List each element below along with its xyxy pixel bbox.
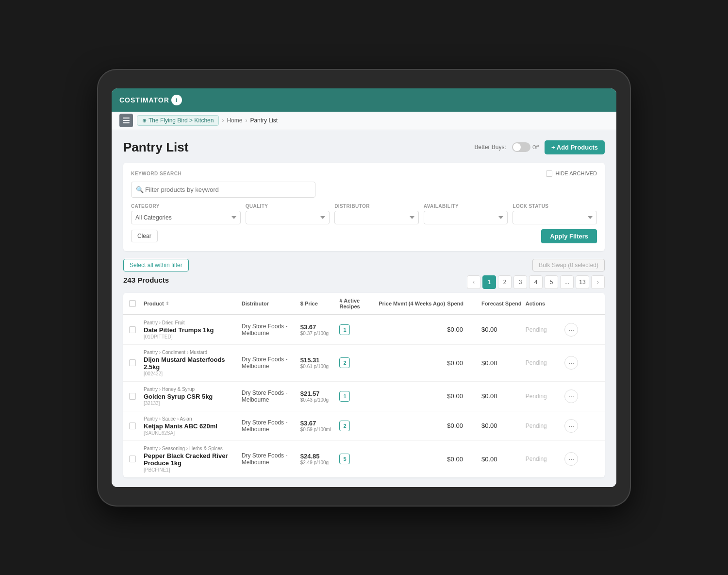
row-4-checkbox[interactable] [129, 423, 136, 429]
page-3-button[interactable]: 3 [513, 275, 527, 289]
filter-dropdowns: CATEGORY All Categories QUALITY DISTRIBU… [131, 203, 597, 224]
apply-filters-button[interactable]: Apply Filters [541, 229, 597, 243]
row-1-actions-cell: ··· [564, 323, 599, 337]
row-1-distributor: Dry Store Foods - Melbourne [242, 323, 300, 337]
availability-select[interactable] [424, 211, 508, 224]
row-3-actions-button[interactable]: ··· [564, 389, 578, 403]
row-2-spend: $0.00 [447, 359, 481, 367]
row-3-forecast: $0.00 [481, 392, 526, 400]
row-5-name[interactable]: Pepper Black Cracked River Produce 1kg [144, 452, 242, 467]
quality-select[interactable] [246, 211, 330, 224]
row-5-code: [PBCFINE1] [144, 467, 242, 473]
row-2-code: [002432] [144, 371, 242, 376]
select-all-button[interactable]: Select all within filter [123, 259, 189, 271]
better-buys-toggle[interactable] [512, 142, 530, 152]
hamburger-menu-button[interactable] [119, 114, 133, 127]
th-forecast: Forecast Spend [481, 301, 526, 306]
row-4-price: $3.67 $0.59 p/100ml [300, 420, 340, 432]
prev-page-button[interactable]: ‹ [467, 275, 480, 289]
row-2-product: Pantry › Condiment › Mustard Dijon Musta… [144, 350, 242, 376]
row-3-name[interactable]: Golden Syrup CSR 5kg [144, 393, 242, 400]
page-ellipsis-button[interactable]: ... [560, 275, 574, 289]
th-product[interactable]: Product ⇕ [144, 301, 242, 306]
row-3-recipes-badge: 1 [339, 391, 350, 402]
row-2-name[interactable]: Dijon Mustard Masterfoods 2.5kg [144, 356, 242, 371]
row-3-checkbox-cell [129, 393, 144, 400]
better-buys-toggle-wrapper: Off [512, 142, 539, 152]
distributor-dropdown-group: DISTRIBUTOR [334, 203, 419, 224]
row-2-actions-cell: ··· [564, 356, 599, 370]
lock-status-label: LOCK STATUS [513, 203, 597, 209]
page-1-button[interactable]: 1 [482, 275, 496, 289]
row-2-actions-button[interactable]: ··· [564, 356, 578, 370]
page-13-button[interactable]: 13 [576, 275, 589, 289]
table-header: Product ⇕ Distributor $ Price # Active r… [123, 293, 605, 315]
category-select[interactable]: All Categories [131, 211, 241, 224]
row-1-price-unit: $0.37 p/100g [300, 331, 340, 336]
breadcrumb-separator-2: › [245, 117, 247, 124]
lock-status-dropdown-group: LOCK STATUS [513, 203, 597, 224]
select-all-checkbox[interactable] [129, 300, 136, 307]
row-3-checkbox[interactable] [129, 393, 136, 400]
distributor-label: DISTRIBUTOR [334, 203, 419, 209]
row-1-forecast: $0.00 [481, 326, 526, 333]
breadcrumb-separator: › [222, 117, 224, 124]
category-dropdown-group: CATEGORY All Categories [131, 203, 241, 224]
keyword-search-label: KEYWORD SEARCH [131, 171, 182, 176]
clear-button[interactable]: Clear [131, 230, 158, 242]
row-5-actions-button[interactable]: ··· [564, 452, 578, 466]
th-price: $ Price [300, 301, 340, 306]
row-2-checkbox[interactable] [129, 359, 136, 366]
table-row: Pantry › Sauce › Asian Ketjap Manis ABC … [123, 411, 605, 441]
row-3-price-unit: $0.43 p/100g [300, 397, 340, 403]
row-2-status: Pending [526, 359, 565, 366]
row-1-checkbox[interactable] [129, 326, 136, 333]
row-1-recipes-cell: 1 [339, 324, 379, 335]
row-3-actions-cell: ··· [564, 389, 599, 403]
row-5-recipes-cell: 5 [339, 454, 379, 464]
page-4-button[interactable]: 4 [529, 275, 543, 289]
table-row: Pantry › Dried Fruit Date Pitted Trumps … [123, 315, 605, 345]
table-row: Pantry › Honey & Syrup Golden Syrup CSR … [123, 382, 605, 411]
row-1-recipes-badge: 1 [339, 324, 350, 335]
sub-nav: ⊕ The Flying Bird > Kitchen › Home › Pan… [112, 112, 616, 130]
row-5-recipes-badge: 5 [339, 454, 350, 464]
row-1-name[interactable]: Date Pitted Trumps 1kg [144, 326, 242, 334]
hide-archived-checkbox[interactable] [546, 170, 552, 177]
row-5-checkbox[interactable] [129, 456, 136, 462]
add-products-button[interactable]: + Add Products [545, 140, 605, 154]
row-1-actions-button[interactable]: ··· [564, 323, 578, 337]
lock-status-select[interactable] [513, 211, 597, 224]
header-actions: Better Buys: Off + Add Products [475, 140, 605, 154]
row-3-product: Pantry › Honey & Syrup Golden Syrup CSR … [144, 387, 242, 406]
better-buys-label: Better Buys: [475, 144, 506, 151]
breadcrumb-nav: ⊕ The Flying Bird > Kitchen › Home › Pan… [137, 115, 278, 126]
distributor-select[interactable] [334, 211, 419, 224]
hide-archived-wrapper: HIDE ARCHIVED [546, 170, 597, 177]
row-4-name[interactable]: Ketjap Manis ABC 620ml [144, 423, 242, 430]
row-5-product: Pantry › Seasoning › Herbs & Spices Pepp… [144, 446, 242, 473]
row-3-code: [32133] [144, 401, 242, 406]
product-table: Product ⇕ Distributor $ Price # Active r… [123, 293, 605, 477]
page-2-button[interactable]: 2 [498, 275, 512, 289]
breadcrumb-home[interactable]: Home [227, 117, 242, 124]
row-4-category: Pantry › Sauce › Asian [144, 416, 242, 422]
location-badge[interactable]: ⊕ The Flying Bird > Kitchen [137, 115, 219, 126]
row-1-product: Pantry › Dried Fruit Date Pitted Trumps … [144, 320, 242, 339]
row-4-status: Pending [526, 423, 565, 429]
next-page-button[interactable]: › [591, 275, 605, 289]
row-4-actions-button[interactable]: ··· [564, 419, 578, 433]
row-2-category: Pantry › Condiment › Mustard [144, 350, 242, 355]
th-recipes: # Active recipes [339, 298, 379, 309]
quality-label: QUALITY [246, 203, 330, 209]
bulk-swap-button[interactable]: Bulk Swap (0 selected) [532, 259, 605, 271]
row-5-price-main: $24.85 [300, 453, 340, 460]
controls-row: Select all within filter Bulk Swap (0 se… [123, 259, 605, 271]
row-2-recipes-cell: 2 [339, 357, 379, 368]
row-3-price-main: $21.57 [300, 390, 340, 397]
row-1-code: [01DPITTED] [144, 334, 242, 339]
page-5-button[interactable]: 5 [545, 275, 558, 289]
row-4-checkbox-cell [129, 423, 144, 429]
keyword-search-input[interactable] [131, 182, 315, 198]
table-row: Pantry › Condiment › Mustard Dijon Musta… [123, 345, 605, 382]
